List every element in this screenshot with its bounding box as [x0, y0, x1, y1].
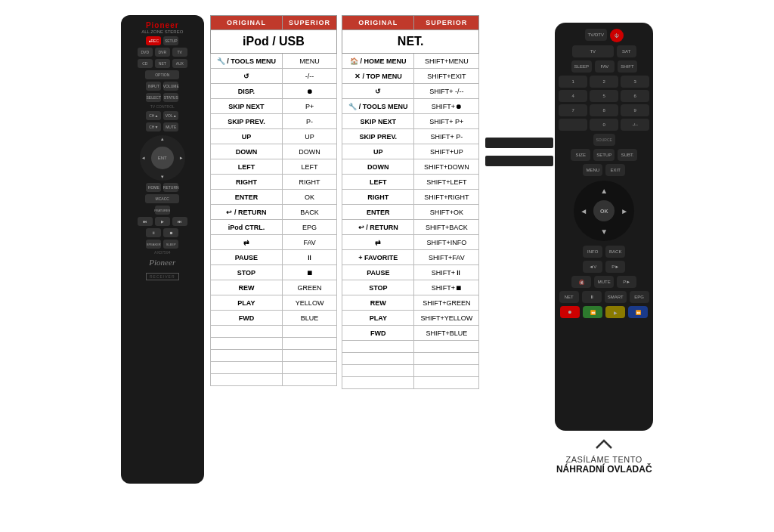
remote-btn-tv: TV — [172, 48, 187, 57]
ipod-row-14-original: STOP — [210, 265, 282, 280]
tables-container: ORIGINAL SUPERIOR iPod / USB 🔧 / TOOLS M… — [210, 15, 479, 389]
net-row-11-original: ↩ / RETURN — [342, 220, 414, 235]
rr-fwd-btn: ⏩ — [628, 306, 648, 318]
remote-btn-rew: ⏮ — [138, 217, 153, 226]
remote-btn-dvd: DVD — [138, 48, 153, 57]
ipod-empty-2s — [283, 338, 337, 350]
rr-net-btn: NET — [559, 291, 579, 303]
net-row-0-original: 🏠 / HOME MENU — [342, 54, 414, 69]
rr-btn-3: 3 — [621, 76, 649, 88]
remote-btn-status: STATUS — [163, 93, 178, 102]
ipod-empty-5s — [283, 374, 337, 386]
rr-play-btn: ▶ — [605, 306, 625, 318]
rr-btn-7: 7 — [559, 104, 587, 116]
pioneer-remote: Pioneer ALL ZONE STEREO ●REC SETUP DVD D… — [121, 15, 204, 484]
rr-btn-dash: -/-- — [621, 119, 649, 131]
black-bar-1 — [485, 138, 553, 148]
rr-tv-btn: TV — [572, 45, 614, 57]
rr-setup-btn: SETUP — [593, 149, 615, 161]
net-row-16-original: REW — [342, 295, 414, 311]
ipod-row-7-original: LEFT — [210, 159, 282, 175]
rr-dpad-ok: OK — [593, 200, 615, 221]
ipod-row-5-original: UP — [210, 129, 282, 144]
rr-page-up-btn: P► — [605, 261, 625, 273]
ipod-row-5-superior: UP — [283, 129, 337, 144]
net-row-7-original: DOWN — [342, 159, 414, 175]
ipod-row-13-superior: ⏸ — [283, 250, 337, 265]
net-row-7-superior: SHIFT+DOWN — [414, 159, 479, 175]
right-remote-container: TV/DTV ⏻ TV SAT SLEEP FAV SHIFT 1 2 — [555, 23, 653, 475]
ipod-row-4-superior: P- — [283, 114, 337, 129]
remote-btn-mute: MUTE — [163, 122, 178, 131]
rr-dpad-left: ◄ — [580, 207, 587, 215]
remote-btn-fwd: ⏭ — [172, 217, 187, 226]
remote-btn-pause: ⏸ — [146, 228, 161, 237]
rr-dpad-up: ▲ — [600, 187, 608, 195]
net-row-14-superior: SHIFT+⏸ — [414, 265, 479, 280]
net-row-11-superior: SHIFT+BACK — [414, 220, 479, 235]
footer-caption: ZASÍLÁME TENTO NÁHRADNÍ OVLADAČ — [556, 437, 652, 475]
net-row-17-superior: SHIFT+YELLOW — [414, 311, 479, 326]
remote-btn-option: OPTION — [145, 70, 179, 79]
net-row-1-superior: SHIFT+EXIT — [414, 69, 479, 84]
net-row-16-superior: SHIFT+GREEN — [414, 295, 479, 311]
ipod-row-16-superior: YELLOW — [283, 295, 337, 311]
ipod-row-1-original: ↺ — [210, 69, 282, 84]
rr-rew-btn: ⏪ — [583, 306, 602, 318]
rr-numpad: 1 2 3 4 5 6 7 8 9 0 -/-- — [559, 76, 649, 131]
rr-dpad-down: ▼ — [600, 227, 608, 236]
remote-btn-spkr: SPEAKER — [146, 240, 161, 249]
superior-remote: TV/DTV ⏻ TV SAT SLEEP FAV SHIFT 1 2 — [555, 23, 653, 431]
rr-sleep-btn: SLEEP — [571, 60, 592, 73]
remote-btn-aux: AUX — [172, 59, 187, 68]
ipod-row-6-superior: DOWN — [283, 144, 337, 159]
remote-btn-cd: CD — [138, 59, 153, 68]
net-row-5-original: SKIP PREV. — [342, 129, 414, 144]
remote-btn-ch2: CH▼ — [146, 122, 161, 131]
rr-pause-btn: ⏸ — [582, 291, 602, 303]
rr-btn-6: 6 — [621, 90, 649, 102]
ipod-row-8-original: RIGHT — [210, 175, 282, 190]
ipod-section-title: iPod / USB — [210, 30, 336, 54]
ipod-row-14-superior: ⏹ — [283, 265, 337, 280]
ipod-superior-header: SUPERIOR — [283, 16, 337, 30]
net-row-5-superior: SHIFT+ P- — [414, 129, 479, 144]
net-superior-header: SUPERIOR — [414, 16, 479, 30]
black-bar-2 — [485, 156, 553, 166]
net-empty-1 — [342, 341, 414, 353]
ipod-row-2-superior: ⏺ — [283, 84, 337, 99]
rr-info-btn: INFO — [583, 246, 602, 258]
dial-enter-label: ENT — [158, 156, 167, 160]
rr-sat-btn: SAT — [617, 45, 636, 57]
rr-fav-btn: FAV — [595, 60, 615, 73]
ipod-empty-1 — [210, 326, 282, 338]
remote-btn-vol: VOLUME — [163, 82, 178, 91]
equals-container — [485, 136, 553, 168]
remote-btn-mcacc: MCACC — [145, 194, 179, 203]
ipod-row-15-original: REW — [210, 280, 282, 295]
page-container: Pioneer ALL ZONE STEREO ●REC SETUP DVD D… — [0, 0, 774, 532]
net-row-6-original: UP — [342, 144, 414, 159]
ipod-row-12-superior: FAV — [283, 235, 337, 250]
rr-btn-4: 4 — [559, 90, 587, 102]
rr-btn-9: 9 — [621, 104, 649, 116]
ipod-row-2-original: DISP. — [210, 84, 282, 99]
net-row-10-original: ENTER — [342, 205, 414, 220]
rr-dpad: ▲ ◄ OK ► ▼ — [574, 181, 634, 241]
ipod-row-0-original: 🔧 / TOOLS MENU — [210, 54, 282, 69]
rr-mute-btn: MUTE — [594, 276, 614, 288]
net-row-10-superior: SHIFT+OK — [414, 205, 479, 220]
zasilame-label: ZASÍLÁME TENTO — [566, 455, 642, 464]
remote-btn-sleep: SLEEP — [163, 240, 178, 249]
remote-dial: ▲ ▼ ◄ ► ENT — [140, 135, 185, 181]
net-row-18-superior: SHIFT+BLUE — [414, 326, 479, 341]
arrow-down-icon — [593, 437, 615, 452]
net-row-0-superior: SHIFT+MENU — [414, 54, 479, 69]
rr-menu-btn: MENU — [583, 164, 602, 176]
rr-btn-5: 5 — [590, 90, 618, 102]
rr-mute-icon-btn: 🔇 — [571, 276, 591, 288]
rr-dpad-right: ► — [621, 207, 628, 215]
ipod-row-11-superior: EPG — [283, 220, 337, 235]
net-empty-4s — [414, 377, 479, 389]
net-empty-3s — [414, 365, 479, 377]
